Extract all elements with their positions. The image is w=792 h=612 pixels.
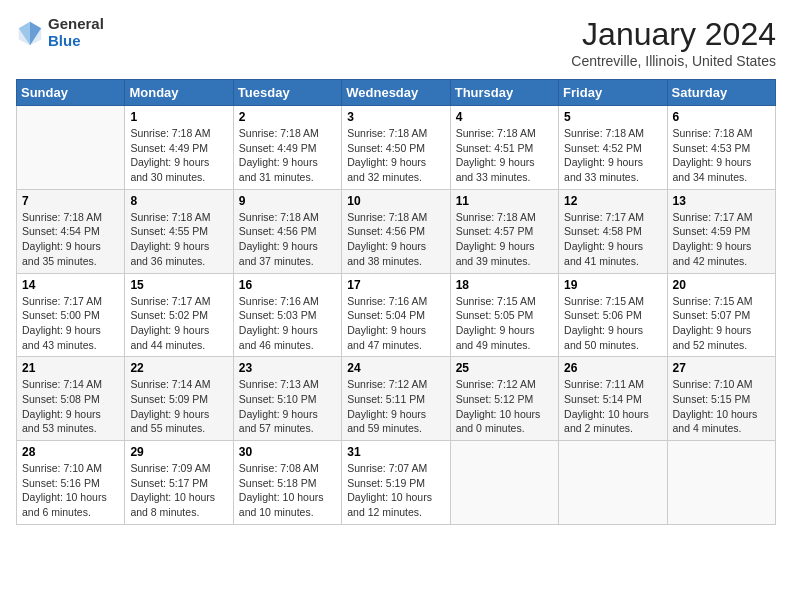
calendar-cell: 11Sunrise: 7:18 AMSunset: 4:57 PMDayligh… <box>450 189 558 273</box>
day-number: 15 <box>130 278 227 292</box>
calendar-cell: 6Sunrise: 7:18 AMSunset: 4:53 PMDaylight… <box>667 106 775 190</box>
day-number: 3 <box>347 110 444 124</box>
day-info: Sunrise: 7:09 AMSunset: 5:17 PMDaylight:… <box>130 461 227 520</box>
day-info: Sunrise: 7:15 AMSunset: 5:06 PMDaylight:… <box>564 294 661 353</box>
day-number: 21 <box>22 361 119 375</box>
calendar-cell: 19Sunrise: 7:15 AMSunset: 5:06 PMDayligh… <box>559 273 667 357</box>
day-number: 4 <box>456 110 553 124</box>
day-number: 24 <box>347 361 444 375</box>
day-info: Sunrise: 7:17 AMSunset: 4:58 PMDaylight:… <box>564 210 661 269</box>
day-info: Sunrise: 7:14 AMSunset: 5:09 PMDaylight:… <box>130 377 227 436</box>
calendar-cell: 20Sunrise: 7:15 AMSunset: 5:07 PMDayligh… <box>667 273 775 357</box>
calendar-cell: 24Sunrise: 7:12 AMSunset: 5:11 PMDayligh… <box>342 357 450 441</box>
day-info: Sunrise: 7:07 AMSunset: 5:19 PMDaylight:… <box>347 461 444 520</box>
day-info: Sunrise: 7:18 AMSunset: 4:49 PMDaylight:… <box>130 126 227 185</box>
header-cell-friday: Friday <box>559 80 667 106</box>
calendar-cell: 7Sunrise: 7:18 AMSunset: 4:54 PMDaylight… <box>17 189 125 273</box>
day-info: Sunrise: 7:12 AMSunset: 5:11 PMDaylight:… <box>347 377 444 436</box>
calendar-cell: 28Sunrise: 7:10 AMSunset: 5:16 PMDayligh… <box>17 441 125 525</box>
day-number: 26 <box>564 361 661 375</box>
day-number: 17 <box>347 278 444 292</box>
day-info: Sunrise: 7:18 AMSunset: 4:56 PMDaylight:… <box>347 210 444 269</box>
logo-general-text: General <box>48 16 104 33</box>
calendar-cell: 29Sunrise: 7:09 AMSunset: 5:17 PMDayligh… <box>125 441 233 525</box>
day-number: 10 <box>347 194 444 208</box>
calendar-week-1: 7Sunrise: 7:18 AMSunset: 4:54 PMDaylight… <box>17 189 776 273</box>
calendar-cell: 5Sunrise: 7:18 AMSunset: 4:52 PMDaylight… <box>559 106 667 190</box>
day-info: Sunrise: 7:15 AMSunset: 5:05 PMDaylight:… <box>456 294 553 353</box>
day-number: 11 <box>456 194 553 208</box>
calendar-cell <box>450 441 558 525</box>
calendar-cell: 30Sunrise: 7:08 AMSunset: 5:18 PMDayligh… <box>233 441 341 525</box>
day-number: 7 <box>22 194 119 208</box>
calendar-cell: 27Sunrise: 7:10 AMSunset: 5:15 PMDayligh… <box>667 357 775 441</box>
calendar-cell: 16Sunrise: 7:16 AMSunset: 5:03 PMDayligh… <box>233 273 341 357</box>
day-info: Sunrise: 7:13 AMSunset: 5:10 PMDaylight:… <box>239 377 336 436</box>
calendar-cell: 13Sunrise: 7:17 AMSunset: 4:59 PMDayligh… <box>667 189 775 273</box>
calendar-cell <box>559 441 667 525</box>
logo-icon <box>16 19 44 47</box>
calendar-week-3: 21Sunrise: 7:14 AMSunset: 5:08 PMDayligh… <box>17 357 776 441</box>
calendar-title: January 2024 <box>571 16 776 53</box>
logo-text: General Blue <box>48 16 104 49</box>
calendar-cell: 21Sunrise: 7:14 AMSunset: 5:08 PMDayligh… <box>17 357 125 441</box>
day-info: Sunrise: 7:17 AMSunset: 4:59 PMDaylight:… <box>673 210 770 269</box>
day-info: Sunrise: 7:14 AMSunset: 5:08 PMDaylight:… <box>22 377 119 436</box>
day-number: 25 <box>456 361 553 375</box>
day-info: Sunrise: 7:18 AMSunset: 4:57 PMDaylight:… <box>456 210 553 269</box>
calendar-week-0: 1Sunrise: 7:18 AMSunset: 4:49 PMDaylight… <box>17 106 776 190</box>
calendar-cell: 3Sunrise: 7:18 AMSunset: 4:50 PMDaylight… <box>342 106 450 190</box>
calendar-week-2: 14Sunrise: 7:17 AMSunset: 5:00 PMDayligh… <box>17 273 776 357</box>
day-info: Sunrise: 7:18 AMSunset: 4:50 PMDaylight:… <box>347 126 444 185</box>
calendar-table: SundayMondayTuesdayWednesdayThursdayFrid… <box>16 79 776 525</box>
calendar-cell: 25Sunrise: 7:12 AMSunset: 5:12 PMDayligh… <box>450 357 558 441</box>
logo-blue-text: Blue <box>48 33 104 50</box>
calendar-cell: 2Sunrise: 7:18 AMSunset: 4:49 PMDaylight… <box>233 106 341 190</box>
calendar-cell: 31Sunrise: 7:07 AMSunset: 5:19 PMDayligh… <box>342 441 450 525</box>
day-number: 8 <box>130 194 227 208</box>
calendar-subtitle: Centreville, Illinois, United States <box>571 53 776 69</box>
calendar-cell: 17Sunrise: 7:16 AMSunset: 5:04 PMDayligh… <box>342 273 450 357</box>
day-number: 27 <box>673 361 770 375</box>
header-cell-wednesday: Wednesday <box>342 80 450 106</box>
header-cell-saturday: Saturday <box>667 80 775 106</box>
day-number: 28 <box>22 445 119 459</box>
calendar-body: 1Sunrise: 7:18 AMSunset: 4:49 PMDaylight… <box>17 106 776 525</box>
calendar-cell: 8Sunrise: 7:18 AMSunset: 4:55 PMDaylight… <box>125 189 233 273</box>
day-number: 14 <box>22 278 119 292</box>
day-number: 22 <box>130 361 227 375</box>
calendar-cell: 4Sunrise: 7:18 AMSunset: 4:51 PMDaylight… <box>450 106 558 190</box>
header-cell-thursday: Thursday <box>450 80 558 106</box>
day-info: Sunrise: 7:11 AMSunset: 5:14 PMDaylight:… <box>564 377 661 436</box>
logo: General Blue <box>16 16 104 49</box>
header: General Blue January 2024 Centreville, I… <box>16 16 776 69</box>
day-number: 1 <box>130 110 227 124</box>
day-info: Sunrise: 7:16 AMSunset: 5:04 PMDaylight:… <box>347 294 444 353</box>
day-info: Sunrise: 7:16 AMSunset: 5:03 PMDaylight:… <box>239 294 336 353</box>
calendar-cell: 12Sunrise: 7:17 AMSunset: 4:58 PMDayligh… <box>559 189 667 273</box>
day-info: Sunrise: 7:18 AMSunset: 4:54 PMDaylight:… <box>22 210 119 269</box>
day-number: 6 <box>673 110 770 124</box>
day-number: 20 <box>673 278 770 292</box>
day-number: 31 <box>347 445 444 459</box>
day-info: Sunrise: 7:18 AMSunset: 4:52 PMDaylight:… <box>564 126 661 185</box>
day-info: Sunrise: 7:17 AMSunset: 5:00 PMDaylight:… <box>22 294 119 353</box>
day-info: Sunrise: 7:12 AMSunset: 5:12 PMDaylight:… <box>456 377 553 436</box>
day-info: Sunrise: 7:18 AMSunset: 4:49 PMDaylight:… <box>239 126 336 185</box>
calendar-cell <box>17 106 125 190</box>
day-number: 29 <box>130 445 227 459</box>
day-info: Sunrise: 7:18 AMSunset: 4:51 PMDaylight:… <box>456 126 553 185</box>
day-info: Sunrise: 7:10 AMSunset: 5:16 PMDaylight:… <box>22 461 119 520</box>
calendar-cell: 26Sunrise: 7:11 AMSunset: 5:14 PMDayligh… <box>559 357 667 441</box>
day-number: 2 <box>239 110 336 124</box>
day-number: 13 <box>673 194 770 208</box>
calendar-cell: 10Sunrise: 7:18 AMSunset: 4:56 PMDayligh… <box>342 189 450 273</box>
day-info: Sunrise: 7:17 AMSunset: 5:02 PMDaylight:… <box>130 294 227 353</box>
day-info: Sunrise: 7:08 AMSunset: 5:18 PMDaylight:… <box>239 461 336 520</box>
title-area: January 2024 Centreville, Illinois, Unit… <box>571 16 776 69</box>
calendar-cell: 9Sunrise: 7:18 AMSunset: 4:56 PMDaylight… <box>233 189 341 273</box>
calendar-cell: 18Sunrise: 7:15 AMSunset: 5:05 PMDayligh… <box>450 273 558 357</box>
calendar-week-4: 28Sunrise: 7:10 AMSunset: 5:16 PMDayligh… <box>17 441 776 525</box>
calendar-header: SundayMondayTuesdayWednesdayThursdayFrid… <box>17 80 776 106</box>
header-cell-tuesday: Tuesday <box>233 80 341 106</box>
